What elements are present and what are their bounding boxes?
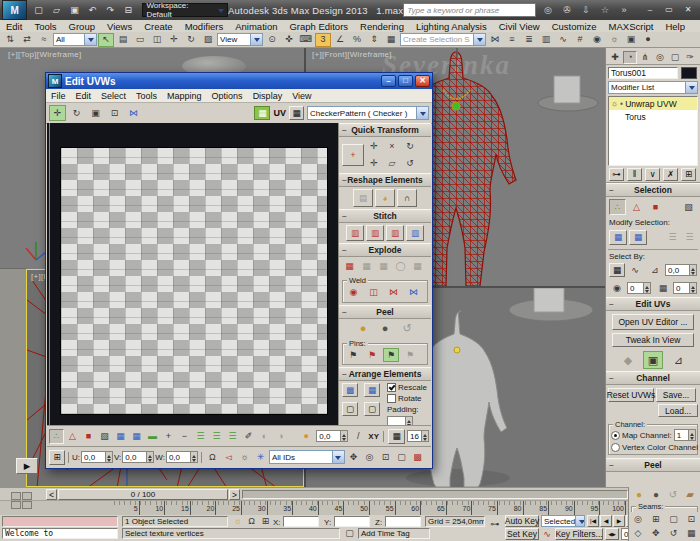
front-viewport-box[interactable] [554, 76, 580, 103]
reshape-elements-header[interactable]: Reshape Elements [339, 173, 431, 187]
remove-modifier-icon[interactable]: ✗ [663, 168, 678, 181]
zoom-region-uv-icon[interactable]: ⊡ [378, 450, 393, 465]
scale-uv-icon[interactable]: ▣ [87, 105, 104, 121]
flatten-by-angle-icon[interactable]: ▦ [376, 259, 391, 273]
edge-mode-icon[interactable]: △ [65, 429, 80, 444]
show-pins-icon[interactable]: ⚑ [383, 348, 399, 362]
maxscript-mini-listener[interactable]: Welcome to [2, 528, 118, 539]
edge-mode-icon[interactable]: △ [628, 199, 645, 215]
menu-item[interactable]: Create [138, 21, 179, 32]
align-icon[interactable]: ≡ [504, 33, 520, 47]
selection-set-dropdown[interactable]: Create Selection S [400, 33, 486, 46]
quick-peel-icon[interactable]: ● [354, 321, 372, 336]
maxscript-mini-listener-pink[interactable] [2, 516, 118, 527]
planar-angle-icon[interactable]: ▦ [609, 263, 625, 277]
configure-modifier-sets-icon[interactable]: ⊞ [681, 168, 696, 181]
edge-distance-spinner[interactable]: 16 [407, 430, 429, 442]
paint-select-icon[interactable]: ✐ [241, 429, 256, 444]
dialog-menu-item[interactable]: Tools [131, 91, 162, 101]
grid-options-icon[interactable]: ▦ [289, 106, 304, 120]
dialog-maximize-icon[interactable]: □ [398, 75, 413, 87]
hide-pins-icon[interactable]: ⚑ [402, 348, 418, 362]
loop-grow-icon[interactable]: ☰ [209, 429, 224, 444]
create-tab-icon[interactable]: ✚ [608, 51, 622, 64]
spinner-snap-icon[interactable]: ⇕ [366, 33, 382, 47]
paint-grow-icon[interactable]: ◐ [257, 429, 272, 444]
arrange-elements-header[interactable]: Arrange Elements [339, 367, 431, 381]
weld-selected-icon[interactable]: ◫ [365, 285, 382, 300]
next-frame-arrow[interactable]: > [229, 489, 240, 500]
soft-selection-icon[interactable]: ● [298, 429, 314, 443]
set-key-button[interactable]: Set Key [505, 528, 539, 540]
redo-icon[interactable]: ↷ [102, 3, 118, 17]
uv-shell-icon[interactable]: ▣ [643, 351, 663, 369]
modifier-stack-item-base[interactable]: Torus [609, 110, 697, 123]
open-mini-curve-editor-button[interactable] [2, 488, 40, 513]
necklace-pendant[interactable] [452, 102, 460, 110]
keyboard-override-icon[interactable]: ⌨ [298, 33, 314, 47]
flatten-strip-icon[interactable]: ▦ [410, 259, 425, 273]
filter-selected-icon[interactable]: ◅ [221, 450, 236, 465]
reset-peel-icon[interactable]: ↺ [665, 488, 681, 501]
isolate-toggle-icon[interactable]: ☼ [231, 515, 244, 528]
reset-uvws-button[interactable]: Reset UVWs [608, 388, 654, 402]
minimize-window-icon[interactable]: – [642, 3, 658, 17]
select-element-icon[interactable]: ▧ [680, 199, 697, 215]
quick-planar-map-icon[interactable]: ⊿ [668, 351, 688, 369]
restore-window-icon[interactable]: ▭ [661, 3, 677, 17]
uv-space-label[interactable]: UV [273, 108, 286, 118]
channel-rollout-header[interactable]: Channel [606, 371, 700, 385]
target-weld-icon[interactable]: ◉ [345, 285, 362, 300]
rescale-checkbox[interactable] [387, 383, 396, 392]
render-setup-icon[interactable]: ☼ [606, 33, 622, 47]
zoom-selected-uv-icon[interactable]: ▩ [410, 450, 425, 465]
peel-rollout-header[interactable]: Peel [606, 458, 700, 472]
stitch-source-icon[interactable]: ▥ [386, 225, 404, 241]
flatten-by-smoothing-icon[interactable]: ▦ [342, 259, 357, 273]
edit-uvws-dialog[interactable]: M Edit UVWs –□✕ FileEditSelectToolsMappi… [45, 72, 433, 469]
modify-tab-icon[interactable]: ◔ [623, 51, 637, 64]
lock-selection-icon[interactable]: Ω [245, 515, 258, 528]
rotate-checkbox[interactable] [387, 394, 396, 403]
use-pivot-center-icon[interactable]: ⊙ [264, 33, 280, 47]
matid-spinner[interactable]: 0 [627, 282, 651, 294]
open-uv-editor-button[interactable]: Open UV Editor ... [612, 314, 694, 330]
dialog-menu-item[interactable]: File [46, 91, 71, 101]
show-seams-icon[interactable]: ◆ [618, 351, 638, 369]
absolute-offset-icon[interactable]: ⊞ [49, 450, 65, 465]
favorites-icon[interactable]: ☆ [597, 3, 613, 17]
utilities-tab-icon[interactable]: ✑ [683, 51, 697, 64]
show-end-result-icon[interactable]: ‖ [627, 168, 642, 181]
polygon-mode-icon[interactable]: ■ [81, 429, 96, 444]
search-help-icon[interactable]: ◎ [540, 3, 556, 17]
modifier-list-dropdown[interactable]: Modifier List [608, 81, 698, 94]
loop-icon[interactable]: ☰ [193, 429, 208, 444]
select-object-icon[interactable]: ↖ [98, 33, 114, 47]
modifier-stack-item-unwrap[interactable]: ☼ ▪ Unwrap UVW [609, 97, 697, 110]
rendered-frame-icon[interactable]: ▣ [623, 33, 639, 47]
map-pattern-dropdown[interactable]: CheckerPattern ( Checker ) [307, 106, 429, 120]
menu-item[interactable]: Civil View [493, 21, 546, 32]
open-file-icon[interactable]: ▱ [48, 3, 64, 17]
smoothing-group-spinner[interactable]: 0 [673, 282, 697, 294]
hide-selected-icon[interactable]: ☼ [237, 450, 252, 465]
selection-region-icon[interactable]: ▭ [132, 33, 148, 47]
padding-spinner[interactable] [387, 416, 427, 425]
straighten-selection-icon[interactable]: ∩ [397, 189, 417, 207]
peel-header[interactable]: Peel [339, 305, 431, 319]
show-map-icon[interactable]: ▦ [254, 106, 270, 120]
weld-all-icon[interactable]: ⋈ [405, 285, 422, 300]
new-scene-icon[interactable]: ▢ [30, 3, 46, 17]
window-crossing-icon[interactable]: ◫ [149, 33, 165, 47]
load-uvws-button[interactable]: Load... [658, 404, 698, 417]
u-coordinate-spinner[interactable]: 0,0 [81, 451, 113, 463]
tweak-in-view-button[interactable]: Tweak In View [612, 333, 694, 347]
flatten-by-group-icon[interactable]: ▦ [359, 259, 374, 273]
vertex-color-channel-radio[interactable] [611, 443, 620, 452]
close-window-icon[interactable]: ✕ [680, 3, 696, 17]
menu-item[interactable]: Help [659, 21, 691, 32]
pan-uv-icon[interactable]: ✥ [346, 450, 361, 465]
rotate-cw-icon[interactable]: ↻ [402, 139, 418, 154]
zoom-extents-uv-icon[interactable]: ▢ [394, 450, 409, 465]
planar-grow-icon[interactable]: ▦ [113, 429, 128, 444]
